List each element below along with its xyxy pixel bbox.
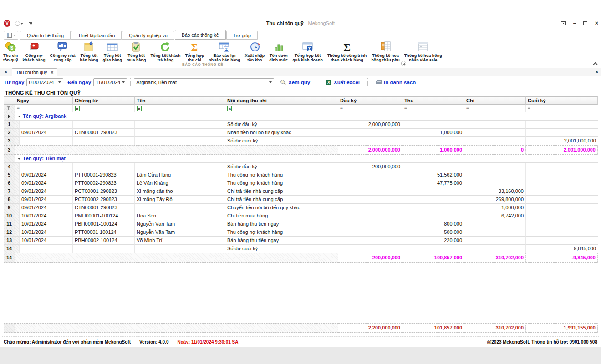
cell-open[interactable] — [338, 228, 402, 237]
cell-chi[interactable] — [464, 137, 526, 145]
close-all-tabs-icon[interactable]: × — [3, 69, 9, 76]
menu-tab-4[interactable]: Báo cáo thống kê — [175, 30, 226, 40]
ribbon-item-3[interactable]: Công nợ nhà cung cấp — [48, 40, 78, 63]
cell-chi[interactable]: 33,160,000 — [464, 187, 526, 196]
cell-chi[interactable]: 269,800,000 — [464, 196, 526, 204]
cell-name[interactable]: Hoa Sen — [135, 212, 225, 220]
cell-open[interactable] — [338, 237, 402, 245]
group-title[interactable]: Tên quỹ: Argibank — [15, 112, 598, 121]
cell-chi[interactable] — [464, 121, 526, 129]
cell-document[interactable]: PTT00001-100124 — [73, 228, 135, 237]
cell-document[interactable]: PMH00001-100124 — [73, 212, 135, 220]
dialog-launcher-icon[interactable] — [401, 61, 406, 66]
cell-thu[interactable]: 1,000,000 — [402, 129, 464, 137]
close-tab-icon[interactable]: × — [51, 70, 53, 75]
table-row[interactable]: 1310/01/2024PBH00002-100124Võ Minh TríBá… — [4, 237, 598, 245]
collapse-group-icon[interactable] — [18, 158, 20, 160]
cell-document[interactable]: PTT00002-290823 — [73, 179, 135, 187]
close-panel-icon[interactable]: × — [596, 69, 598, 75]
cell-name[interactable] — [135, 245, 225, 253]
cell-open[interactable] — [338, 196, 402, 204]
cell-open[interactable]: 200,000,000 — [338, 163, 402, 171]
cell-date[interactable]: 09/01/2024 — [20, 171, 73, 179]
column-header-4[interactable]: Nội dung thu chi — [225, 96, 338, 105]
cell-chi[interactable] — [464, 171, 526, 179]
menu-tab-1[interactable]: Quản trị hệ thống — [20, 31, 71, 40]
ribbon-item-4[interactable]: Tổng kết bán hàng — [77, 40, 100, 63]
column-header-6[interactable]: Thu — [402, 96, 464, 105]
collapse-group-icon[interactable] — [18, 116, 20, 117]
cell-chi[interactable] — [464, 245, 526, 253]
filter-cell-3[interactable]: a — [135, 105, 225, 112]
cell-description[interactable]: Bán hàng thu tiền ngay — [225, 237, 338, 245]
cell-close[interactable] — [526, 220, 598, 228]
table-row[interactable]: 809/01/2024PCT00002-290823Xi măng Tây Đô… — [4, 196, 598, 204]
cell-document[interactable]: PBH00001-100124 — [73, 220, 135, 228]
filter-cell-6[interactable]: = — [402, 105, 464, 112]
cell-close[interactable] — [526, 204, 598, 212]
group-header-row[interactable]: Tên quỹ: Tiền mặt — [4, 155, 598, 163]
ribbon-item-12[interactable]: ΣTổng hợp kết quả kinh doanh — [290, 40, 325, 63]
cell-thu[interactable] — [402, 121, 464, 129]
cell-close[interactable] — [526, 212, 598, 220]
cell-document[interactable]: PTT00001-290823 — [73, 171, 135, 179]
ribbon-item-13[interactable]: ΣThống kê công trình theo khách hàng — [325, 40, 369, 63]
filter-cell-8[interactable]: = — [526, 105, 598, 112]
cell-name[interactable]: Nguyễn Văn Tam — [135, 228, 225, 237]
cell-date[interactable]: 09/01/2024 — [20, 187, 73, 196]
menu-tab-2[interactable]: Thiết lập ban đầu — [71, 31, 122, 40]
cell-document[interactable] — [73, 121, 135, 129]
cell-description[interactable]: Chi trả tiền nhà cung cấp — [225, 187, 338, 196]
filter-cell-5[interactable]: = — [338, 105, 402, 112]
table-row[interactable]: 1110/01/2024PBH00001-100124Nguyễn Văn Ta… — [4, 220, 598, 228]
ribbon-item-15[interactable]: Thống kê hoa hồng nhân viên sale — [402, 40, 444, 63]
table-row[interactable]: 1010/01/2024PMH00001-100124Hoa SenChi ti… — [4, 212, 598, 220]
cell-date[interactable] — [20, 163, 73, 171]
cell-close[interactable] — [526, 196, 598, 204]
filter-cell-1[interactable]: = — [15, 105, 73, 112]
ribbon-item-9[interactable]: ΣBáo cáo lợi nhuận bán hàng — [206, 40, 243, 63]
cell-name[interactable]: Võ Minh Trí — [135, 237, 225, 245]
column-header-7[interactable]: Chi — [464, 96, 526, 105]
cell-description[interactable]: Số dư đầu kỳ — [225, 121, 338, 129]
cell-description[interactable]: Số dư đầu kỳ — [225, 163, 338, 171]
menu-tab-3[interactable]: Quản lý nghiệp vụ — [122, 31, 174, 40]
table-row[interactable]: 4Số dư đầu kỳ200,000,000 — [4, 163, 598, 171]
cell-open[interactable] — [338, 137, 402, 145]
to-date-input[interactable]: 11/01/2024 — [93, 78, 127, 86]
cell-chi[interactable] — [464, 237, 526, 245]
cell-chi[interactable] — [464, 220, 526, 228]
cell-chi[interactable]: 6,742,000 — [464, 212, 526, 220]
table-row[interactable]: 1Số dư đầu kỳ2,000,000,000 — [4, 121, 598, 129]
fund-select[interactable]: Argibank,Tiền mặt — [134, 78, 274, 86]
cell-description[interactable]: Số dư cuối kỳ — [225, 245, 338, 253]
cell-name[interactable]: Xi măng cần thơ — [135, 187, 225, 196]
cell-name[interactable]: Lê Văn Kháng — [135, 179, 225, 187]
cell-close[interactable] — [526, 187, 598, 196]
table-row[interactable]: 709/01/2024PCT00001-290823Xi măng cần th… — [4, 187, 598, 196]
column-header-3[interactable]: Tên — [135, 96, 225, 105]
cell-close[interactable] — [526, 163, 598, 171]
group-title[interactable]: Tên quỹ: Tiền mặt — [15, 155, 598, 163]
ribbon-item-14[interactable]: Thống kê hoa hồng thầu phụ — [369, 40, 402, 63]
table-row[interactable]: 909/01/2024CTN00001-290823Chuyển tiền nộ… — [4, 204, 598, 212]
export-excel-button[interactable]: XXuất excel — [326, 80, 360, 85]
print-list-button[interactable]: In danh sách — [376, 80, 416, 85]
cell-close[interactable] — [526, 237, 598, 245]
ribbon-item-11[interactable]: Tồn dưới định mức — [267, 40, 290, 63]
pin-window-icon[interactable] — [561, 21, 566, 25]
cell-close[interactable] — [526, 171, 598, 179]
cell-thu[interactable]: 220,000 — [402, 237, 464, 245]
restore-icon[interactable] — [583, 21, 587, 25]
cell-name[interactable]: Nguyễn Văn Tam — [135, 220, 225, 228]
cell-close[interactable]: -9,845,000 — [526, 245, 598, 253]
cell-date[interactable]: 10/01/2024 — [20, 228, 73, 237]
cell-close[interactable]: 2,001,000,000 — [526, 137, 598, 145]
cell-document[interactable]: PCT00001-290823 — [73, 187, 135, 196]
cell-description[interactable]: Chuyển tiền nội bộ đến quỹ khác — [225, 204, 338, 212]
cell-thu[interactable] — [402, 204, 464, 212]
menu-tab-5[interactable]: Trợ giúp — [226, 31, 258, 40]
ribbon-item-6[interactable]: Tổng kết mua hàng — [124, 40, 148, 63]
cell-thu[interactable] — [402, 245, 464, 253]
cell-chi[interactable]: 1,000,000 — [464, 204, 526, 212]
